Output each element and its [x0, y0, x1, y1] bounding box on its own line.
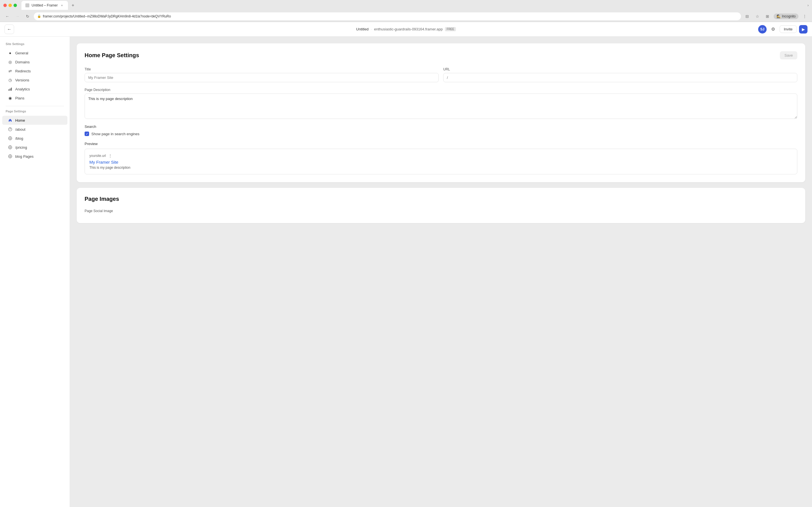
- tab-title: Untitled – Framer: [32, 3, 58, 7]
- social-image-label: Page Social Image: [85, 209, 797, 213]
- address-text: framer.com/projects/Untitled--mZ98oDWaPJ…: [43, 14, 738, 18]
- sidebar-label-analytics: Analytics: [15, 87, 30, 91]
- url-label: URL: [443, 67, 797, 71]
- sidebar-item-blog[interactable]: /blog: [2, 134, 67, 143]
- back-nav-button[interactable]: ←: [3, 12, 11, 20]
- svg-rect-0: [8, 89, 9, 91]
- header-center: Untitled · enthusiastic-guardrails-09316…: [356, 27, 456, 31]
- user-avatar-button[interactable]: SJ: [758, 25, 767, 34]
- chevron-icon: ›: [808, 3, 809, 7]
- url-input[interactable]: [443, 73, 797, 82]
- sidebar-label-pricing: /pricing: [15, 145, 27, 150]
- sidebar-label-home: Home: [15, 118, 25, 122]
- search-section: Search ✓ Show page in search engines: [85, 124, 797, 136]
- show-in-search-label: Show page in search engines: [91, 132, 140, 136]
- settings-gear-button[interactable]: ⚙: [769, 25, 777, 34]
- active-tab[interactable]: Untitled – Framer ×: [21, 1, 68, 10]
- app-header: ← Untitled · enthusiastic-guardrails-093…: [0, 22, 812, 37]
- sidebar-item-versions[interactable]: ◷ Versions: [2, 75, 67, 84]
- incognito-label: Incognito: [782, 14, 796, 18]
- checkmark-icon: ✓: [86, 132, 88, 136]
- show-in-search-row: ✓ Show page in search engines: [85, 131, 797, 136]
- browser-toolbar: ← → ↻ 🔒 framer.com/projects/Untitled--mZ…: [0, 11, 812, 22]
- sidebar-item-redirects[interactable]: ⇄ Redirects: [2, 66, 67, 75]
- new-tab-button[interactable]: +: [69, 1, 77, 9]
- sidebar-label-redirects: Redirects: [15, 69, 31, 73]
- versions-icon: ◷: [8, 78, 12, 82]
- preview-title: My Framer Site: [89, 160, 793, 165]
- preview-url-text: yoursite.url: [89, 154, 106, 158]
- card-title: Home Page Settings: [85, 52, 139, 59]
- sidebar-item-domains[interactable]: ◎ Domains: [2, 57, 67, 66]
- preview-dots-icon: ⋮: [108, 154, 112, 158]
- title-input[interactable]: [85, 73, 439, 82]
- preview-description: This is my page description: [89, 166, 793, 170]
- sidebar-item-blog-pages[interactable]: blog Pages: [2, 152, 67, 161]
- incognito-icon: 🕵: [776, 14, 781, 18]
- card-header: Home Page Settings Save: [85, 51, 797, 59]
- page-images-card: Page Images Page Social Image: [77, 188, 805, 223]
- blog-pages-icon: [8, 154, 12, 159]
- page-settings-section-title: Page Settings: [0, 110, 70, 116]
- back-button[interactable]: ←: [4, 24, 14, 34]
- browser-chrome: Untitled – Framer × + › ← → ↻ 🔒 framer.c…: [0, 0, 812, 22]
- sidebar-item-general[interactable]: ● General: [2, 48, 67, 57]
- general-icon: ●: [8, 51, 12, 55]
- header-domain: enthusiastic-guardrails-093164.framer.ap…: [374, 27, 443, 31]
- tab-favicon: [26, 3, 29, 7]
- incognito-button[interactable]: 🕵 Incognito: [774, 13, 799, 19]
- sidebar: Site Settings ● General ◎ Domains ⇄ Redi…: [0, 37, 70, 507]
- plans-icon: ◉: [8, 96, 12, 100]
- header-title: Untitled: [356, 27, 368, 31]
- browser-titlebar: Untitled – Framer × + ›: [0, 0, 812, 11]
- sidebar-label-versions: Versions: [15, 78, 29, 82]
- forward-nav-button[interactable]: →: [13, 12, 21, 20]
- traffic-light-green[interactable]: [13, 4, 17, 7]
- sidebar-item-plans[interactable]: ◉ Plans: [2, 94, 67, 103]
- app-container: ← Untitled · enthusiastic-guardrails-093…: [0, 22, 812, 507]
- invite-button[interactable]: Invite: [779, 25, 797, 33]
- sidebar-item-about[interactable]: /about: [2, 125, 67, 134]
- traffic-light-red[interactable]: [3, 4, 7, 7]
- lock-icon: 🔒: [37, 14, 41, 18]
- address-bar[interactable]: 🔒 framer.com/projects/Untitled--mZ98oDWa…: [34, 12, 741, 20]
- title-field-group: Title: [85, 67, 439, 82]
- preview-box: yoursite.url ⋮ My Framer Site This is my…: [85, 149, 797, 174]
- blog-icon: [8, 136, 12, 140]
- traffic-light-yellow[interactable]: [8, 4, 12, 7]
- pricing-icon: [8, 145, 12, 150]
- home-icon: [8, 118, 12, 122]
- browser-actions: ⊟ ☆ ⊞ 🕵 Incognito ⋮: [743, 12, 809, 20]
- sidebar-label-blog-pages: blog Pages: [15, 154, 34, 159]
- description-field-group: Page Description This is my page descrip…: [85, 88, 797, 119]
- header-badge: FREE: [445, 27, 456, 31]
- sidebar-label-about: /about: [15, 127, 26, 131]
- cast-icon[interactable]: ⊟: [743, 12, 751, 20]
- more-options-button[interactable]: ⋮: [801, 12, 809, 20]
- site-settings-section-title: Site Settings: [0, 42, 70, 48]
- preview-label: Preview: [85, 142, 797, 146]
- save-button[interactable]: Save: [780, 51, 797, 59]
- star-icon[interactable]: ☆: [753, 12, 761, 20]
- reload-button[interactable]: ↻: [24, 12, 32, 20]
- title-label: Title: [85, 67, 439, 71]
- sidebar-item-home[interactable]: Home: [2, 116, 67, 125]
- url-field-group: URL: [443, 67, 797, 82]
- sidebar-label-domains: Domains: [15, 60, 30, 64]
- play-preview-button[interactable]: ▶: [799, 25, 808, 34]
- sidebar-item-analytics[interactable]: Analytics: [2, 84, 67, 94]
- traffic-lights: [3, 4, 17, 7]
- search-label: Search: [85, 124, 797, 129]
- description-textarea[interactable]: This is my page description: [85, 94, 797, 119]
- about-icon: [8, 127, 12, 131]
- sidebar-label-blog: /blog: [15, 136, 23, 140]
- page-images-title: Page Images: [85, 196, 797, 202]
- tab-bar: Untitled – Framer × +: [21, 1, 805, 10]
- sidebar-divider: [6, 106, 64, 106]
- grid-icon[interactable]: ⊞: [763, 12, 771, 20]
- redirects-icon: ⇄: [8, 69, 12, 73]
- tab-close-button[interactable]: ×: [60, 3, 64, 7]
- main-layout: Site Settings ● General ◎ Domains ⇄ Redi…: [0, 37, 812, 507]
- sidebar-item-pricing[interactable]: /pricing: [2, 143, 67, 152]
- show-in-search-checkbox[interactable]: ✓: [85, 131, 89, 136]
